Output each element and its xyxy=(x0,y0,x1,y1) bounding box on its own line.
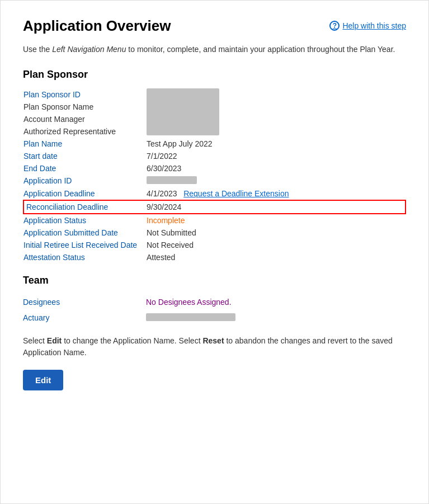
reconciliation-deadline-row: Reconciliation Deadline 9/30/2024 xyxy=(23,200,406,214)
field-label-plan-sponsor-id: Plan Sponsor ID xyxy=(23,88,147,101)
field-label-end-date: End Date xyxy=(23,162,147,175)
field-value-end-date: 6/30/2023 xyxy=(147,162,406,175)
page-header: Application Overview ? Help with this st… xyxy=(23,17,406,35)
table-row: Application Status Incomplete xyxy=(23,214,406,227)
table-row: Designees No Designees Assigned. xyxy=(23,294,406,310)
field-label-attestation-status: Attestation Status xyxy=(23,251,147,263)
field-label-actuary: Actuary xyxy=(23,310,146,326)
field-value-retiree-list-date: Not Received xyxy=(147,239,406,251)
table-row: Application Deadline 4/1/2023 Request a … xyxy=(23,187,406,200)
field-value-reconciliation-deadline: 9/30/2024 xyxy=(147,200,406,214)
field-value-application-id xyxy=(147,175,406,187)
help-link[interactable]: ? Help with this step xyxy=(329,21,406,31)
team-section-title: Team xyxy=(23,275,406,286)
field-value-actuary xyxy=(146,310,406,326)
field-label-application-deadline: Application Deadline xyxy=(23,187,147,200)
intro-text-before: Use the xyxy=(23,45,52,54)
field-label-start-date: Start date xyxy=(23,150,147,162)
page-title: Application Overview xyxy=(23,17,171,35)
footer-text-before-edit: Select xyxy=(23,336,47,345)
intro-text-italic: Left Navigation Menu xyxy=(52,45,126,54)
field-value-application-status: Incomplete xyxy=(147,214,406,227)
table-row: Initial Retiree List Received Date Not R… xyxy=(23,239,406,251)
plan-sponsor-section-title: Plan Sponsor xyxy=(23,69,406,81)
help-icon: ? xyxy=(329,21,340,31)
field-value-application-deadline: 4/1/2023 Request a Deadline Extension xyxy=(147,187,406,200)
table-row: Application Submitted Date Not Submitted xyxy=(23,227,406,239)
redacted-actuary-value xyxy=(146,313,235,321)
no-designees-text: No Designees Assigned. xyxy=(146,298,232,307)
intro-text-after: to monitor, complete, and maintain your … xyxy=(126,45,395,54)
field-label-designees: Designees xyxy=(23,294,146,310)
redacted-image-block xyxy=(147,88,406,138)
field-value-designees: No Designees Assigned. xyxy=(146,294,406,310)
field-value-attestation-status: Attested xyxy=(147,251,406,263)
field-label-reconciliation-deadline: Reconciliation Deadline xyxy=(23,200,147,214)
footer-edit-bold: Edit xyxy=(47,336,62,345)
plan-sponsor-table: Plan Sponsor ID Plan Sponsor Name Accoun… xyxy=(23,88,406,263)
redacted-application-id xyxy=(147,176,197,184)
field-label-retiree-list-date: Initial Retiree List Received Date xyxy=(23,239,147,251)
table-row: Plan Sponsor ID xyxy=(23,88,406,101)
field-label-application-id: Application ID xyxy=(23,175,147,187)
field-value-start-date: 7/1/2022 xyxy=(147,150,406,162)
field-label-account-manager: Account Manager xyxy=(23,113,147,125)
field-label-plan-sponsor-name: Plan Sponsor Name xyxy=(23,101,147,113)
help-link-label: Help with this step xyxy=(342,21,406,30)
table-row: Application ID xyxy=(23,175,406,187)
field-label-submitted-date: Application Submitted Date xyxy=(23,227,147,239)
table-row: Attestation Status Attested xyxy=(23,251,406,263)
field-value-submitted-date: Not Submitted xyxy=(147,227,406,239)
team-table: Designees No Designees Assigned. Actuary xyxy=(23,294,406,326)
table-row: Start date 7/1/2022 xyxy=(23,150,406,162)
page-container: Application Overview ? Help with this st… xyxy=(0,0,429,504)
status-incomplete-text: Incomplete xyxy=(147,216,185,225)
footer-description: Select Edit to change the Application Na… xyxy=(23,335,406,359)
footer-text-between: to change the Application Name. Select xyxy=(62,336,202,345)
table-row: Actuary xyxy=(23,310,406,326)
field-label-authorized-rep: Authorized Representative xyxy=(23,125,147,138)
field-label-application-status: Application Status xyxy=(23,214,147,227)
intro-text: Use the Left Navigation Menu to monitor,… xyxy=(23,44,406,55)
table-row: End Date 6/30/2023 xyxy=(23,162,406,175)
field-value-plan-name: Test App July 2022 xyxy=(147,138,406,150)
request-deadline-extension-link[interactable]: Request a Deadline Extension xyxy=(183,189,289,198)
table-row: Plan Name Test App July 2022 xyxy=(23,138,406,150)
footer-reset-bold: Reset xyxy=(202,336,224,345)
edit-button[interactable]: Edit xyxy=(23,370,63,390)
field-label-plan-name: Plan Name xyxy=(23,138,147,150)
